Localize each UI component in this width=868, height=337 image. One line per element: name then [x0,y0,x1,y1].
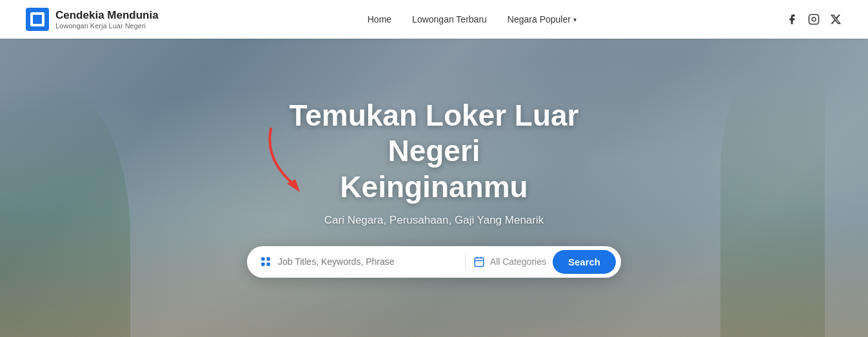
navbar-social [785,13,842,26]
search-divider [465,253,466,271]
category-icon [473,256,485,267]
hero-title-line1: Temukan Loker Luar Negeri [289,99,578,168]
category-label: All Categories [490,256,546,267]
nav-negara-dropdown[interactable]: Negara Populer ▾ [508,14,577,24]
brand-logo [26,8,49,31]
search-category-section[interactable]: All Categories [473,256,546,267]
search-keyword-section [260,256,457,267]
nav-negara-label: Negara Populer [508,14,571,24]
hero-subtitle: Cari Negara, Perusahaan, Gaji Yang Menar… [324,214,544,227]
chevron-down-icon: ▾ [573,16,577,23]
svg-rect-6 [267,263,270,266]
facebook-icon[interactable] [785,13,798,26]
svg-rect-4 [267,258,270,261]
hero-title-line2: Keinginanmu [340,170,528,204]
svg-rect-7 [475,258,484,267]
svg-rect-0 [809,15,819,24]
hero-content: Temukan Loker Luar Negeri Keinginanmu Ca… [0,39,868,337]
svg-rect-5 [261,263,264,266]
instagram-icon[interactable] [807,13,820,26]
brand-tagline: Lowongan Kerja Luar Negeri [55,22,159,30]
navbar-nav: Home Lowongan Terbaru Negara Populer ▾ [368,14,577,24]
nav-home[interactable]: Home [368,14,391,24]
hero-section: Temukan Loker Luar Negeri Keinginanmu Ca… [0,39,868,337]
search-button[interactable]: Search [553,250,616,274]
nav-lowongan[interactable]: Lowongan Terbaru [412,14,487,24]
brand-logo-inner [30,12,44,26]
keyword-input[interactable] [278,256,457,267]
navbar: Cendekia Mendunia Lowongan Kerja Luar Ne… [0,0,868,39]
grid-icon [260,256,271,267]
svg-rect-3 [261,258,264,261]
twitter-x-icon[interactable] [829,13,842,26]
brand: Cendekia Mendunia Lowongan Kerja Luar Ne… [26,8,159,31]
brand-name: Cendekia Mendunia [55,9,159,22]
search-box: All Categories Search [247,246,621,278]
brand-text: Cendekia Mendunia Lowongan Kerja Luar Ne… [55,9,159,30]
hero-title: Temukan Loker Luar Negeri Keinginanmu [241,98,627,205]
